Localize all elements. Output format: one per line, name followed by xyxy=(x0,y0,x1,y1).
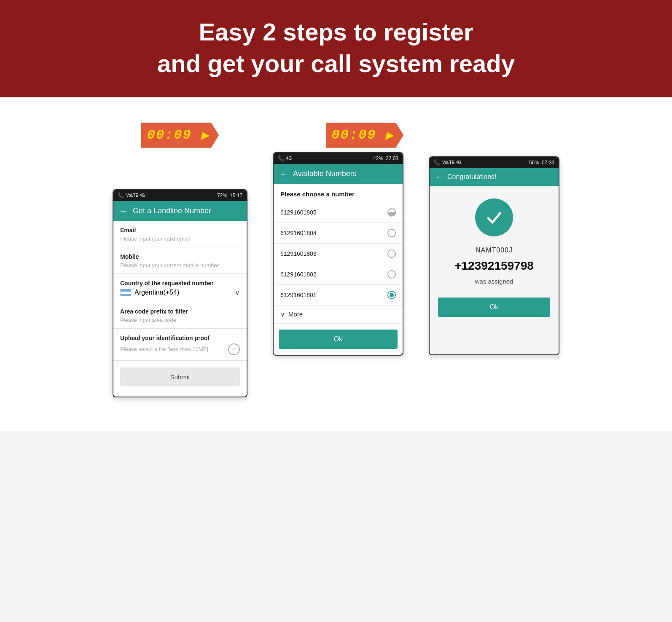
country-inner: Argentina(+54) xyxy=(120,289,179,296)
email-placeholder[interactable]: Please input your valid email xyxy=(120,236,240,242)
battery-2: 42% xyxy=(373,156,383,161)
more-label: More xyxy=(288,311,303,318)
upload-row: Please select a file [less than 10MB]. ↑ xyxy=(120,343,240,355)
flag-argentina xyxy=(120,289,131,296)
battery-3: 56% xyxy=(529,160,539,166)
time-3: 07:33 xyxy=(542,160,554,166)
app-bar-3: ← Congratulations! xyxy=(430,168,559,186)
app-bar-2: ← Available Numbers xyxy=(274,164,403,184)
phone-frame-1: 📞 VoLTE 4G 72% 15:17 ← Get a Landline Nu… xyxy=(113,189,247,397)
back-arrow-3[interactable]: ← xyxy=(435,173,442,181)
mobile-placeholder[interactable]: Please input your current mobile number xyxy=(120,262,240,268)
number-row-4[interactable]: 61291601801 xyxy=(274,285,403,306)
number-value-2: 61291601803 xyxy=(280,250,317,257)
status-bar-2: 📞 4G 42% 22:03 xyxy=(274,153,403,164)
battery-1: 72% xyxy=(217,193,227,198)
congrats-body: NAMT000J +12392159798 was assigned Ok xyxy=(430,186,559,354)
assigned-number: +12392159798 xyxy=(454,259,534,273)
phone-icon-2: 📞 xyxy=(278,155,285,161)
choose-number-label: Please choose a number xyxy=(274,184,403,202)
chevron-more-icon: ∨ xyxy=(280,311,285,318)
radio-1 xyxy=(387,229,396,237)
header-title: Easy 2 steps to register and get your ca… xyxy=(8,16,664,80)
number-row-3[interactable]: 61291601802 xyxy=(274,264,403,285)
form-field-email: Email Please input your valid email xyxy=(113,221,247,247)
time-1: 15:17 xyxy=(230,193,242,198)
status-right-2: 42% 22:03 xyxy=(373,156,398,161)
header-banner: Easy 2 steps to register and get your ca… xyxy=(0,0,672,97)
back-arrow-1[interactable]: ← xyxy=(119,206,128,216)
number-value-0: 61291601805 xyxy=(280,209,317,216)
form-body-1: Email Please input your valid email Mobi… xyxy=(113,221,247,397)
checkmark-icon xyxy=(484,207,504,228)
phone-frame-3: 📞 VoLTE 4G 56% 07:33 ← Congratulations! xyxy=(429,156,559,355)
check-circle xyxy=(475,198,513,236)
ok-button-3[interactable]: Ok xyxy=(438,298,550,317)
form-field-upload: Upload your identification proof Please … xyxy=(113,329,247,361)
app-bar-1: ← Get a Landline Number xyxy=(113,201,247,221)
status-tags-2: 4G xyxy=(286,156,292,161)
step3-column: 📞 VoLTE 4G 56% 07:33 ← Congratulations! xyxy=(429,123,559,355)
status-left-2: 📞 4G xyxy=(278,155,292,161)
more-row[interactable]: ∨ More xyxy=(274,306,403,324)
mobile-label: Mobile xyxy=(120,253,240,260)
app-bar-title-3: Congratulations! xyxy=(447,173,497,181)
number-row-0[interactable]: 61291601805 xyxy=(274,202,403,223)
phone-icon-1: 📞 xyxy=(118,192,124,198)
upload-label: Upload your identification proof xyxy=(120,335,240,341)
was-assigned-text: was assigned xyxy=(475,278,513,285)
form-field-country: Country of the requested number Argentin… xyxy=(113,274,247,302)
status-tags-3: VoLTE 4G xyxy=(442,160,461,165)
country-name: Argentina(+54) xyxy=(134,289,179,296)
back-arrow-2[interactable]: ← xyxy=(280,169,288,179)
app-bar-title-2: Available Numbers xyxy=(293,169,357,178)
number-row-1[interactable]: 61291601804 xyxy=(274,223,403,244)
status-bar-1: 📞 VoLTE 4G 72% 15:17 xyxy=(113,190,247,201)
status-left-3: 📞 VoLTE 4G xyxy=(434,159,461,166)
timer-badge-1: 00:09 ▶ xyxy=(141,123,219,148)
status-bar-3: 📞 VoLTE 4G 56% 07:33 xyxy=(430,157,559,168)
country-row[interactable]: Argentina(+54) ∨ xyxy=(120,289,240,297)
country-label: Country of the requested number xyxy=(120,280,240,287)
phone-icon-3: 📞 xyxy=(434,159,441,166)
ok-button-2[interactable]: Ok xyxy=(279,330,398,349)
submit-button[interactable]: Submit xyxy=(120,367,240,386)
form-field-mobile: Mobile Please input your current mobile … xyxy=(113,247,247,274)
radio-0 xyxy=(387,208,396,217)
area-code-label: Area code prefix to filter xyxy=(120,308,240,315)
number-value-3: 61291601802 xyxy=(280,271,317,278)
number-row-2[interactable]: 61291601803 xyxy=(274,244,403,264)
area-code-placeholder[interactable]: Please input area code xyxy=(120,317,240,323)
upload-icon[interactable]: ↑ xyxy=(228,343,240,355)
status-left-1: 📞 VoLTE 4G xyxy=(118,192,145,198)
status-tags-1: VoLTE 4G xyxy=(126,193,145,198)
form-field-area-code: Area code prefix to filter Please input … xyxy=(113,302,247,329)
status-right-3: 56% 07:33 xyxy=(529,160,554,166)
number-value-4: 61291601801 xyxy=(280,292,317,298)
upload-placeholder: Please select a file [less than 10MB]. xyxy=(120,346,210,352)
chevron-down-icon[interactable]: ∨ xyxy=(235,289,240,297)
phone-frame-2: 📞 4G 42% 22:03 ← Available Numbers Pleas… xyxy=(273,152,403,356)
radio-3 xyxy=(387,270,396,279)
user-code: NAMT000J xyxy=(476,247,513,254)
step1-column: 00:09 ▶ 📞 VoLTE 4G 72% 15:17 ← Get a Lan… xyxy=(113,123,247,397)
main-content: 00:09 ▶ 📞 VoLTE 4G 72% 15:17 ← Get a Lan… xyxy=(0,97,672,431)
status-right-1: 72% 15:17 xyxy=(217,193,242,198)
radio-4 xyxy=(387,291,396,299)
numbers-body: Please choose a number 61291601805 61291… xyxy=(274,184,403,349)
email-label: Email xyxy=(120,227,240,233)
time-2: 22:03 xyxy=(386,156,398,161)
step2-column: 00:09 ▶ 📞 4G 42% 22:03 ← Available Numb xyxy=(273,123,403,356)
timer-badge-2: 00:09 ▶ xyxy=(326,123,403,148)
radio-2 xyxy=(387,249,396,258)
number-value-1: 61291601804 xyxy=(280,230,317,236)
app-bar-title-1: Get a Landline Number xyxy=(133,206,211,215)
